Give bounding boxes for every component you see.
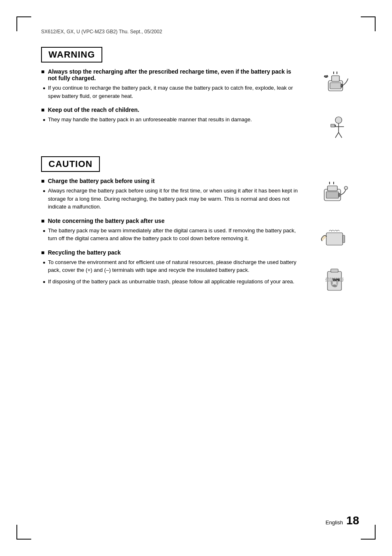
svg-rect-21 [343, 235, 345, 243]
warning-content: Always stop the recharging after the pre… [41, 68, 359, 144]
corner-mark-br [361, 525, 376, 540]
caution-bullet4: If disposing of the battery pack as unbu… [41, 278, 302, 286]
svg-rect-14 [327, 186, 337, 191]
svg-rect-11 [331, 124, 335, 127]
warning-images [310, 68, 359, 144]
svg-rect-20 [326, 233, 343, 245]
doc-header: SX612/EX, GX, U (VPC-MZ3 GB2) Thu. Sept.… [41, 29, 359, 35]
caution-heading3: Recycling the battery pack [41, 249, 302, 256]
warning-heading1: Always stop the recharging after the pre… [41, 68, 302, 81]
warning-section: WARNING Always stop the recharging after… [41, 47, 359, 144]
corner-mark-bl [16, 525, 31, 540]
warning-bullet2: They may handle the battery pack in an u… [41, 116, 302, 124]
language-label: English [325, 519, 343, 526]
caution-title: CAUTION [41, 156, 100, 172]
svg-rect-17 [326, 192, 339, 198]
page: SX612/EX, GX, U (VPC-MZ3 GB2) Thu. Sept.… [0, 0, 392, 556]
caution-content: Charge the battery pack before using it … [41, 178, 359, 296]
hot-battery-illustration [316, 220, 353, 253]
caution-bullet1: Always recharge the battery pack before … [41, 187, 302, 211]
charging-illustration [316, 178, 353, 211]
warning-sub1: Always stop the recharging after the pre… [41, 68, 302, 100]
caution-section: CAUTION Charge the battery pack before u… [41, 156, 359, 296]
corner-mark-tr [361, 16, 376, 31]
svg-rect-5 [341, 84, 342, 87]
page-number: 18 [346, 514, 359, 527]
warning-sub2: Keep out of the reach of children. They … [41, 107, 302, 124]
recycle-battery-illustration: TAPE [316, 263, 353, 296]
svg-line-10 [339, 132, 342, 138]
svg-text:TAPE: TAPE [332, 278, 340, 281]
caution-text-col: Charge the battery pack before using it … [41, 178, 302, 292]
warning-bullet1: If you continue to recharge the battery … [41, 84, 302, 100]
charger-illustration-1 [316, 68, 353, 101]
caution-sub2: Note concerning the battery pack after u… [41, 218, 302, 243]
svg-rect-1 [332, 76, 339, 81]
warning-heading2: Keep out of the reach of children. [41, 107, 302, 113]
caution-images: TAPE [310, 178, 359, 296]
caution-sub3: Recycling the battery pack To conserve t… [41, 249, 302, 286]
svg-point-6 [335, 117, 342, 123]
svg-rect-23 [331, 269, 338, 272]
page-footer: English 18 [325, 514, 359, 527]
svg-point-19 [344, 186, 348, 190]
svg-line-9 [335, 132, 339, 138]
warning-title: WARNING [41, 47, 102, 63]
caution-bullet3: To conserve the environment and for effi… [41, 258, 302, 274]
caution-sub1: Charge the battery pack before using it … [41, 178, 302, 211]
child-illustration [316, 111, 353, 144]
caution-bullet2: The battery pack may be warm immediately… [41, 227, 302, 243]
svg-rect-18 [339, 193, 340, 197]
warning-text-col: Always stop the recharging after the pre… [41, 68, 302, 130]
svg-rect-12 [335, 125, 336, 126]
corner-mark-tl [16, 16, 31, 31]
svg-rect-4 [330, 83, 341, 89]
caution-heading1: Charge the battery pack before using it [41, 178, 302, 184]
caution-heading2: Note concerning the battery pack after u… [41, 218, 302, 224]
